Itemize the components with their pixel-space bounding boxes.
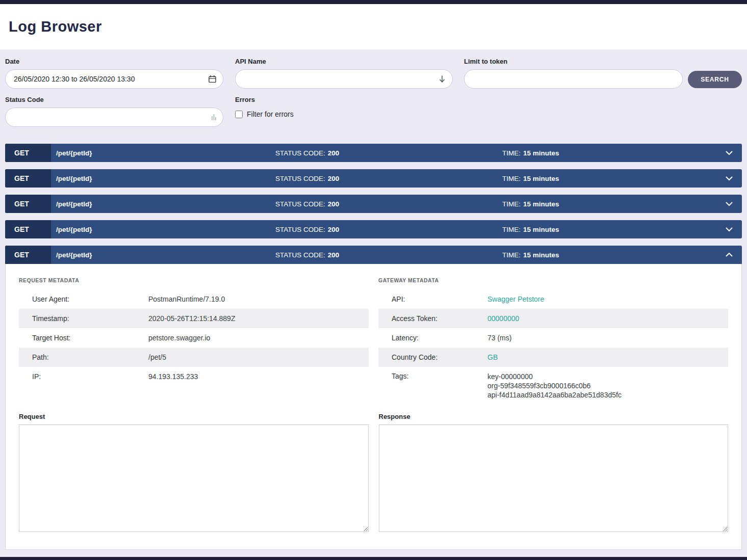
filter-for-errors-checkbox[interactable]	[235, 111, 243, 118]
meta-row: Target Host: petstore.swagger.io	[19, 328, 369, 348]
log-path: /pet/{petId}	[56, 246, 92, 264]
meta-label: User Agent:	[19, 295, 148, 303]
meta-row: Timestamp: 2020-05-26T12:15:14.889Z	[19, 309, 369, 328]
date-field: Date	[5, 58, 223, 89]
time-text: TIME:15 minutes	[502, 220, 559, 238]
tag-item: org-59f348559f3cb9000166c0b6	[487, 381, 622, 390]
bars-icon	[211, 114, 216, 121]
api-name-field: API Name	[235, 58, 453, 89]
request-metadata-section: REQUEST METADATA User Agent: PostmanRunt…	[19, 277, 369, 405]
log-path: /pet/{petId}	[56, 169, 92, 188]
chevron-down-icon[interactable]	[726, 151, 733, 155]
meta-row: User Agent: PostmanRuntime/7.19.0	[19, 289, 369, 309]
log-row[interactable]: GET /pet/{petId} STATUS CODE:200 TIME:15…	[5, 195, 742, 213]
log-browser-page: Log Browser Date API Name	[0, 0, 747, 560]
request-textarea[interactable]	[19, 424, 369, 532]
meta-label: Country Code:	[378, 353, 487, 361]
log-row[interactable]: GET /pet/{petId} STATUS CODE:200 TIME:15…	[5, 220, 742, 238]
log-path: /pet/{petId}	[56, 220, 92, 238]
log-row[interactable]: GET /pet/{petId} STATUS CODE:200 TIME:15…	[5, 144, 742, 162]
gateway-metadata-title: GATEWAY METADATA	[378, 277, 728, 283]
bottom-accent-bar	[0, 557, 747, 560]
arrow-down-icon[interactable]	[439, 75, 446, 83]
meta-value: /pet/5	[148, 353, 166, 361]
limit-to-token-label: Limit to token	[464, 58, 683, 65]
log-list: GET /pet/{petId} STATUS CODE:200 TIME:15…	[5, 144, 742, 550]
log-path: /pet/{petId}	[56, 144, 92, 162]
tag-item: key-00000000	[487, 372, 622, 381]
tags-value: key-00000000 org-59f348559f3cb9000166c0b…	[487, 372, 622, 399]
meta-row-tags: Tags: key-00000000 org-59f348559f3cb9000…	[378, 367, 728, 405]
meta-row: Country Code: GB	[378, 348, 728, 367]
time-text: TIME:15 minutes	[502, 195, 559, 213]
meta-label: Access Token:	[378, 314, 487, 323]
access-token-link[interactable]: 00000000	[487, 314, 519, 323]
log-path: /pet/{petId}	[56, 195, 92, 213]
errors-field: Errors Filter for errors	[235, 96, 294, 118]
time-text: TIME:15 minutes	[502, 246, 559, 264]
meta-row: IP: 94.193.135.233	[19, 367, 369, 386]
meta-label: Latency:	[378, 334, 487, 342]
meta-value: 94.193.135.233	[148, 372, 198, 381]
status-code-text: STATUS CODE:200	[275, 195, 339, 213]
api-link[interactable]: Swagger Petstore	[487, 295, 544, 303]
meta-row: Access Token: 00000000	[378, 309, 728, 328]
log-details-panel: REQUEST METADATA User Agent: PostmanRunt…	[5, 264, 742, 550]
meta-value: 73 (ms)	[487, 334, 511, 342]
status-code-text: STATUS CODE:200	[275, 144, 339, 162]
meta-row: Path: /pet/5	[19, 348, 369, 367]
time-text: TIME:15 minutes	[502, 169, 559, 188]
meta-label: Target Host:	[19, 334, 148, 342]
chevron-up-icon[interactable]	[726, 253, 733, 257]
limit-to-token-field: Limit to token	[464, 58, 683, 89]
method-badge: GET	[5, 220, 51, 238]
limit-to-token-input[interactable]	[464, 69, 683, 89]
time-text: TIME:15 minutes	[502, 144, 559, 162]
meta-value: 2020-05-26T12:15:14.889Z	[148, 314, 235, 323]
meta-value: petstore.swagger.io	[148, 334, 210, 342]
response-label: Response	[379, 413, 729, 420]
status-code-field: Status Code	[5, 96, 223, 127]
meta-value: PostmanRuntime/7.19.0	[148, 295, 225, 303]
method-badge: GET	[5, 144, 51, 162]
request-payload-section: Request	[19, 413, 369, 534]
api-name-label: API Name	[235, 58, 453, 65]
log-row-expanded[interactable]: GET /pet/{petId} STATUS CODE:200 TIME:15…	[5, 246, 742, 264]
status-code-label: Status Code	[5, 96, 223, 103]
errors-label: Errors	[235, 96, 294, 103]
method-badge: GET	[5, 195, 51, 213]
meta-label: API:	[378, 295, 487, 303]
chevron-down-icon[interactable]	[726, 176, 733, 181]
chevron-down-icon[interactable]	[726, 227, 733, 232]
search-button[interactable]: SEARCH	[688, 71, 742, 88]
log-row[interactable]: GET /pet/{petId} STATUS CODE:200 TIME:15…	[5, 169, 742, 188]
top-accent-bar	[0, 0, 747, 4]
request-metadata-title: REQUEST METADATA	[19, 277, 369, 283]
method-badge: GET	[5, 169, 51, 188]
gateway-metadata-section: GATEWAY METADATA API: Swagger Petstore A…	[378, 277, 728, 405]
date-label: Date	[5, 58, 223, 65]
status-code-text: STATUS CODE:200	[275, 169, 339, 188]
status-code-text: STATUS CODE:200	[275, 220, 339, 238]
meta-label: Path:	[19, 353, 148, 361]
status-code-input[interactable]	[5, 108, 223, 127]
meta-row: Latency: 73 (ms)	[378, 328, 728, 348]
tag-item: api-f4d11aad9a8142aa6ba2abe51d83d5fc	[487, 390, 622, 399]
response-payload-section: Response	[379, 413, 729, 534]
chevron-down-icon[interactable]	[726, 202, 733, 206]
method-badge: GET	[5, 246, 51, 264]
meta-row: API: Swagger Petstore	[378, 289, 728, 309]
response-textarea[interactable]	[379, 424, 729, 532]
filter-for-errors-text[interactable]: Filter for errors	[247, 110, 294, 118]
page-title: Log Browser	[9, 18, 102, 35]
country-code-link[interactable]: GB	[487, 353, 498, 361]
filter-section: Date API Name Limit to token	[0, 49, 747, 137]
api-name-select[interactable]	[235, 69, 453, 89]
meta-label: Tags:	[378, 372, 487, 380]
meta-label: Timestamp:	[19, 314, 148, 323]
calendar-icon[interactable]	[209, 75, 216, 83]
request-label: Request	[19, 413, 369, 420]
date-input[interactable]	[5, 69, 223, 89]
app-header: Log Browser	[0, 4, 747, 49]
meta-label: IP:	[19, 372, 148, 381]
